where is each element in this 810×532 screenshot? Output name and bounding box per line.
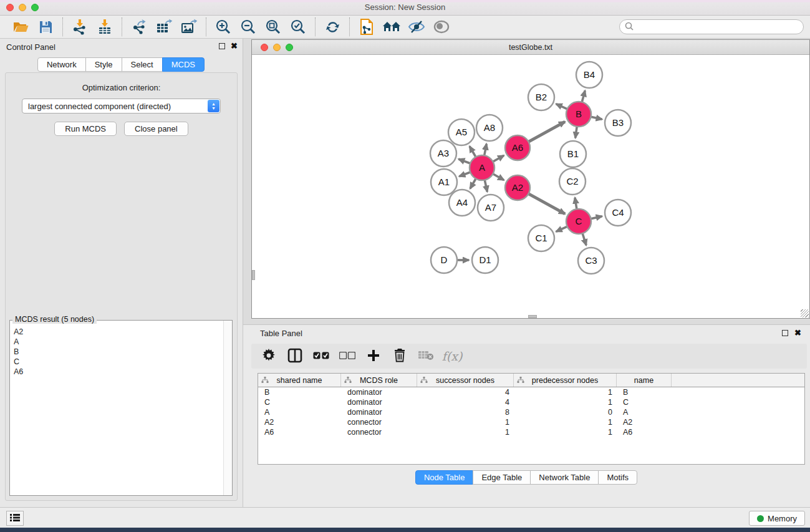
export-table-button[interactable] — [153, 17, 175, 36]
graph-edge-A-A7[interactable] — [485, 180, 487, 192]
import-table-button[interactable] — [94, 17, 115, 36]
hide-graphics-details-button[interactable] — [406, 17, 427, 36]
graph-node-A6[interactable]: A6 — [505, 135, 530, 160]
tab-node-table[interactable]: Node Table — [415, 470, 474, 485]
zoom-in-button[interactable] — [213, 17, 234, 36]
open-session-button[interactable] — [10, 17, 31, 36]
graph-edge-C-C1[interactable] — [556, 226, 567, 231]
column-header-name[interactable]: name — [617, 374, 672, 387]
column-header-shared-name[interactable]: shared name — [258, 374, 341, 387]
graph-edge-A-A4[interactable] — [470, 178, 476, 188]
refresh-button[interactable] — [322, 17, 343, 36]
run-mcds-button[interactable]: Run MCDS — [54, 122, 117, 136]
graph-node-A2[interactable]: A2 — [505, 175, 530, 200]
graph-edge-A2-C[interactable] — [529, 194, 566, 214]
graph-node-A1[interactable]: A1 — [431, 169, 457, 195]
graph-node-B4[interactable]: B4 — [576, 62, 602, 88]
graph-edge-A-A1[interactable] — [459, 172, 470, 177]
graph-node-C2[interactable]: C2 — [559, 168, 586, 195]
import-network-button[interactable] — [69, 17, 90, 36]
resize-grip[interactable] — [801, 309, 809, 317]
table-row[interactable]: Bdominator41B — [258, 387, 804, 397]
houses-button[interactable] — [381, 17, 402, 36]
network-window-titlebar[interactable]: testGlobe.txt — [252, 40, 809, 55]
float-panel-icon[interactable] — [219, 43, 225, 49]
result-item[interactable]: A2 — [14, 327, 222, 337]
result-scrollbar[interactable] — [223, 321, 232, 495]
graph-edge-C-C3[interactable] — [582, 233, 586, 245]
delete-column-button[interactable] — [390, 347, 410, 365]
search-field[interactable] — [619, 19, 804, 34]
graph-node-A7[interactable]: A7 — [478, 195, 504, 221]
graph-edge-B-B1[interactable] — [576, 127, 577, 138]
column-header-predecessor-nodes[interactable]: predecessor nodes — [514, 374, 617, 387]
close-table-panel-icon[interactable]: ✖ — [794, 330, 801, 336]
graph-node-B2[interactable]: B2 — [528, 84, 554, 110]
save-session-button[interactable] — [35, 17, 56, 36]
graph-node-B1[interactable]: B1 — [560, 141, 586, 167]
graph-edge-A-A6[interactable] — [493, 155, 504, 162]
graph-node-B[interactable]: B — [566, 102, 591, 127]
graph-edge-B-B4[interactable] — [582, 90, 585, 102]
graph-node-A5[interactable]: A5 — [448, 119, 475, 145]
graph-node-C[interactable]: C — [566, 209, 591, 234]
graph-edge-A-A5[interactable] — [470, 147, 476, 157]
graph-node-C1[interactable]: C1 — [528, 225, 554, 251]
result-item[interactable]: A6 — [14, 367, 222, 377]
graph-edge-B-B2[interactable] — [556, 104, 567, 109]
graph-node-A[interactable]: A — [470, 155, 494, 180]
delete-table-button[interactable] — [416, 347, 436, 365]
table-row[interactable]: Adominator80A — [258, 407, 804, 417]
graph-node-B3[interactable]: B3 — [605, 110, 631, 136]
zoom-selected-button[interactable] — [287, 17, 309, 36]
zoom-fit-button[interactable] — [263, 17, 284, 36]
table-row[interactable]: A2connector11A2 — [258, 417, 804, 427]
table-settings-button[interactable] — [259, 347, 279, 365]
split-panel-button[interactable] — [285, 347, 305, 365]
function-builder-button[interactable]: f(x) — [442, 347, 462, 365]
result-item[interactable]: C — [14, 357, 222, 367]
memory-button[interactable]: Memory — [749, 511, 805, 526]
graph-node-D1[interactable]: D1 — [472, 247, 498, 273]
tab-network-table[interactable]: Network Table — [530, 470, 599, 485]
tab-select[interactable]: Select — [122, 57, 163, 72]
vertical-scroll-thumb[interactable] — [252, 270, 255, 280]
network-from-document-button[interactable] — [356, 17, 377, 36]
graph-node-A3[interactable]: A3 — [430, 140, 456, 167]
add-column-button[interactable] — [364, 347, 383, 365]
tab-style[interactable]: Style — [85, 57, 122, 72]
tab-network[interactable]: Network — [37, 57, 86, 72]
graph-node-D[interactable]: D — [431, 247, 457, 273]
tab-edge-table[interactable]: Edge Table — [473, 470, 531, 485]
graph-node-A8[interactable]: A8 — [476, 115, 503, 141]
graph-edge-C-C4[interactable] — [591, 216, 602, 219]
column-header-successor-nodes[interactable]: successor nodes — [417, 374, 514, 387]
result-item[interactable]: B — [14, 347, 222, 357]
graph-edge-A6-B[interactable] — [529, 122, 566, 142]
network-canvas[interactable]: AA1A2A3A4A5A6A7A8BB1B2B3B4CC1C2C3C4DD1 — [252, 55, 809, 318]
search-input[interactable] — [634, 22, 798, 31]
zoom-out-button[interactable] — [238, 17, 259, 36]
graph-edge-A-A8[interactable] — [485, 144, 487, 156]
graph-edge-A-A2[interactable] — [493, 174, 504, 180]
criterion-select[interactable]: largest connected component (directed) ▲… — [22, 99, 221, 114]
result-item[interactable]: A — [14, 337, 222, 347]
graph-edge-A-A3[interactable] — [458, 159, 470, 163]
graph-edge-C-C2[interactable] — [575, 198, 577, 210]
graph-node-A4[interactable]: A4 — [449, 190, 475, 216]
table-row[interactable]: A6connector11A6 — [258, 427, 804, 437]
graph-node-C3[interactable]: C3 — [578, 248, 604, 274]
show-tasks-button[interactable] — [6, 511, 24, 526]
horizontal-scroll-thumb[interactable] — [528, 315, 537, 318]
close-panel-button[interactable]: Close panel — [124, 122, 188, 136]
float-table-panel-icon[interactable] — [782, 330, 788, 336]
column-header-MCDS-role[interactable]: MCDS role — [341, 374, 417, 387]
tab-mcds[interactable]: MCDS — [162, 57, 205, 72]
export-network-button[interactable] — [128, 17, 150, 36]
export-image-button[interactable] — [178, 17, 200, 36]
table-row[interactable]: Cdominator41C — [258, 397, 804, 407]
deselect-all-columns-button[interactable] — [337, 347, 357, 365]
select-all-columns-button[interactable] — [311, 347, 331, 365]
close-panel-icon[interactable]: ✖ — [231, 43, 238, 49]
graph-edge-B-B3[interactable] — [591, 117, 602, 119]
